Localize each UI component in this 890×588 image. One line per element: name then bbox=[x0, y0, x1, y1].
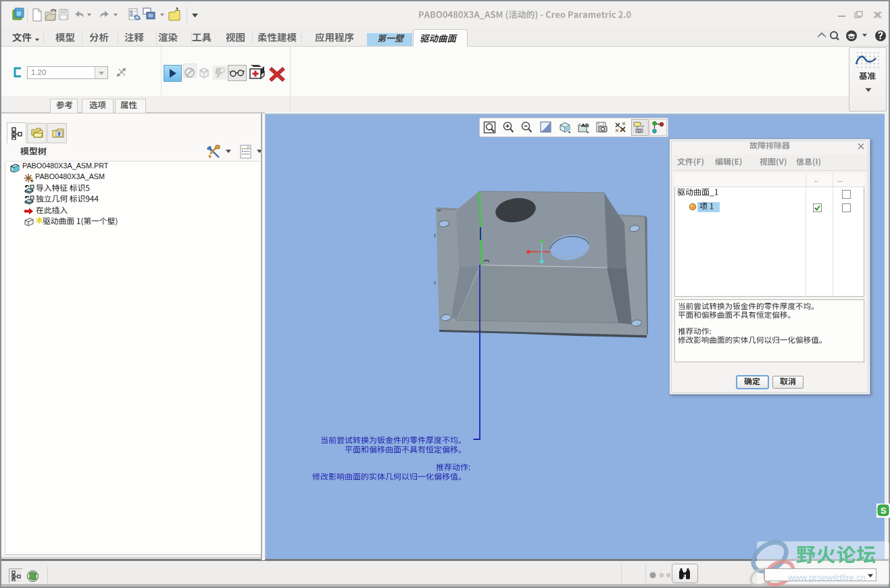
svg-text:S: S bbox=[881, 506, 887, 516]
